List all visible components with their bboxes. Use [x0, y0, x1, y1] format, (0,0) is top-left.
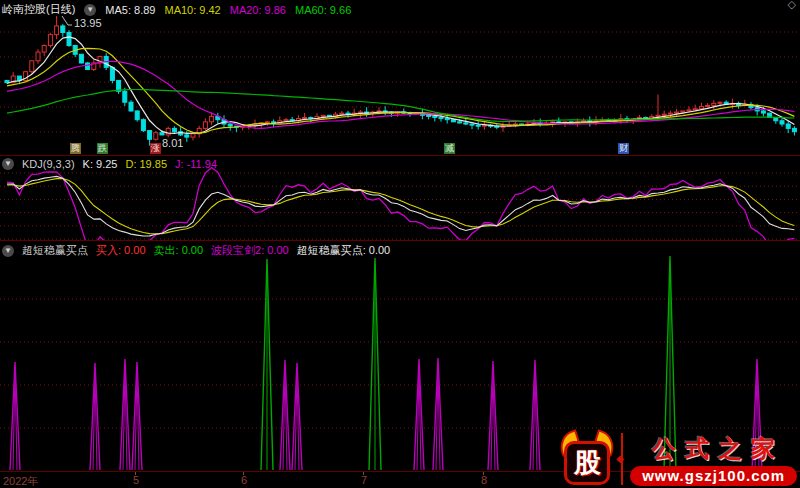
- candlestick-header: 岭南控股(日线) ▼ MA5: 8.89 MA10: 9.42 MA20: 9.…: [2, 2, 351, 17]
- signal-header: ▼ 超短稳赢买点 买入: 0.00 卖出: 0.00 波段宝剑2: 0.00 超…: [2, 243, 390, 258]
- d-value: D: 19.85: [125, 158, 167, 170]
- chevron-down-icon[interactable]: ▼: [2, 245, 14, 257]
- k-value: K: 9.25: [83, 158, 118, 170]
- diamond-icon: ◆: [616, 453, 624, 464]
- stock-title: 岭南控股(日线): [2, 2, 75, 17]
- bull-icon: 股: [558, 432, 616, 486]
- axis-label: 8: [481, 474, 487, 486]
- axis-label: 6: [241, 474, 247, 486]
- indicator-name: 超短稳赢买点: [22, 243, 88, 258]
- sword-value: 波段宝剑2: 0.00: [211, 243, 289, 258]
- ma60-value: MA60: 9.66: [295, 4, 351, 16]
- logo-divider: ◆: [621, 433, 623, 485]
- watermark-glyph: 腾: [70, 143, 81, 154]
- corner-diamond-icon: ◇: [788, 0, 796, 11]
- ma20-value: MA20: 9.86: [230, 4, 286, 16]
- logo-name: 公式之家: [643, 433, 784, 465]
- kdj-panel: ▼ KDJ(9,3,3) K: 9.25 D: 19.85 J: -11.94: [0, 155, 800, 241]
- axis-tick: [135, 472, 136, 475]
- logo-symbol: 股: [574, 445, 601, 481]
- axis-tick: [363, 472, 364, 475]
- axis-label: 5: [133, 474, 139, 486]
- low-price-label: 8.01: [162, 137, 183, 149]
- stock-app-window: 岭南控股(日线) ▼ MA5: 8.89 MA10: 9.42 MA20: 9.…: [0, 0, 800, 488]
- candlestick-panel: 岭南控股(日线) ▼ MA5: 8.89 MA10: 9.42 MA20: 9.…: [0, 0, 800, 155]
- kdj-name: KDJ(9,3,3): [22, 158, 75, 170]
- gszj-logo[interactable]: 股 ◆ 公式之家 www.gszj100.com: [558, 432, 797, 486]
- ma10-value: MA10: 9.42: [164, 4, 220, 16]
- axis-label: 7: [361, 474, 367, 486]
- chevron-down-icon[interactable]: ▼: [2, 158, 14, 170]
- kdj-header: ▼ KDJ(9,3,3) K: 9.25 D: 19.85 J: -11.94: [2, 158, 217, 170]
- buy-value: 买入: 0.00: [96, 243, 146, 258]
- watermark-glyph: 跌: [97, 143, 108, 154]
- candlestick-chart[interactable]: [0, 0, 800, 155]
- main-signal-value: 超短稳赢买点: 0.00: [297, 243, 391, 258]
- watermark-glyph: 涨: [150, 143, 161, 154]
- chevron-down-icon[interactable]: ▼: [84, 4, 96, 16]
- axis-tick: [243, 472, 244, 475]
- watermark-glyph: 财: [618, 143, 629, 154]
- axis-tick: [483, 472, 484, 475]
- axis-label: 2022年: [3, 474, 38, 488]
- ma5-value: MA5: 8.89: [105, 4, 155, 16]
- sell-value: 卖出: 0.00: [154, 243, 204, 258]
- j-value: J: -11.94: [175, 158, 217, 170]
- high-price-label: 13.95: [74, 17, 102, 29]
- watermark-glyph: 减: [444, 143, 455, 154]
- logo-url[interactable]: www.gszj100.com: [630, 466, 797, 486]
